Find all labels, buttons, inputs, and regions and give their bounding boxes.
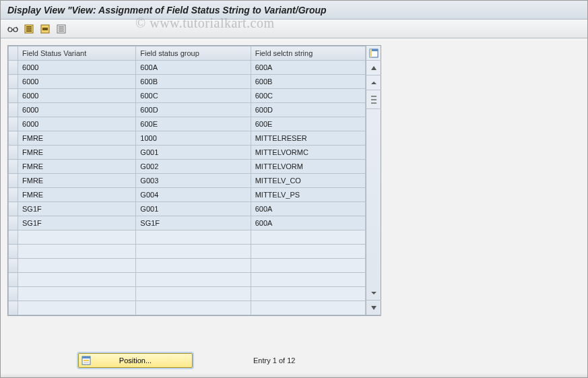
triangle-up-icon xyxy=(370,65,377,71)
row-selector[interactable] xyxy=(9,301,18,315)
scroll-bottom-button[interactable] xyxy=(366,301,381,315)
svg-rect-7 xyxy=(42,28,48,30)
cell[interactable] xyxy=(251,259,365,273)
table-row: 6000600C600C xyxy=(9,89,366,103)
row-selector[interactable] xyxy=(9,131,18,146)
row-selector[interactable] xyxy=(9,216,18,230)
cell[interactable] xyxy=(136,301,251,315)
cell[interactable]: 600E xyxy=(251,117,365,131)
row-selector[interactable] xyxy=(9,273,18,287)
cell[interactable]: SG1F xyxy=(18,202,136,216)
cell[interactable] xyxy=(136,273,251,287)
cell[interactable]: 6000 xyxy=(18,75,136,89)
row-selector[interactable] xyxy=(9,146,18,160)
cell[interactable]: MITTELVORMC xyxy=(251,146,365,160)
cell[interactable]: 600C xyxy=(136,89,251,103)
cell[interactable] xyxy=(18,230,136,245)
cell[interactable]: 600B xyxy=(251,75,365,89)
cell[interactable]: MITTELV_CO xyxy=(251,174,365,188)
cell[interactable]: FMRE xyxy=(18,146,136,160)
cell[interactable]: FMRE xyxy=(18,188,136,202)
cell[interactable] xyxy=(251,245,365,259)
cell[interactable]: 600D xyxy=(251,103,365,117)
table-row xyxy=(9,245,366,259)
cell[interactable]: 600A xyxy=(251,216,365,230)
cell[interactable]: 600A xyxy=(136,61,251,75)
row-selector[interactable] xyxy=(9,287,18,301)
cell[interactable]: 6000 xyxy=(18,61,136,75)
cell[interactable]: 6000 xyxy=(18,103,136,117)
cell[interactable]: 600A xyxy=(251,202,365,216)
cell[interactable] xyxy=(136,245,251,259)
row-selector[interactable] xyxy=(9,174,18,188)
cell[interactable]: G001 xyxy=(136,146,251,160)
row-selector[interactable] xyxy=(9,188,18,202)
row-selector[interactable] xyxy=(9,89,18,103)
cell[interactable]: 6000 xyxy=(18,117,136,131)
col-header-variant[interactable]: Field Status Variant xyxy=(18,46,136,61)
cell[interactable] xyxy=(18,301,136,315)
cell[interactable] xyxy=(18,245,136,259)
cell[interactable] xyxy=(18,287,136,301)
cell[interactable]: 600A xyxy=(251,61,365,75)
col-header-string[interactable]: Field selctn string xyxy=(251,46,365,61)
row-selector[interactable] xyxy=(9,117,18,131)
cell[interactable]: 1000 xyxy=(136,131,251,146)
svg-rect-14 xyxy=(370,49,372,57)
cell[interactable]: 600D xyxy=(136,103,251,117)
cell[interactable] xyxy=(136,259,251,273)
cell[interactable] xyxy=(251,301,365,315)
cell[interactable]: 600C xyxy=(251,89,365,103)
row-selector[interactable] xyxy=(9,75,18,89)
row-selector[interactable] xyxy=(9,245,18,259)
row-selector[interactable] xyxy=(9,160,18,174)
scroll-up-button[interactable] xyxy=(366,75,381,90)
col-header-group[interactable]: Field status group xyxy=(136,46,251,61)
data-grid: Field Status Variant Field status group … xyxy=(7,45,381,316)
cell[interactable]: FMRE xyxy=(18,131,136,146)
row-selector[interactable] xyxy=(9,259,18,273)
row-selector[interactable] xyxy=(9,230,18,245)
select-block-button[interactable] xyxy=(38,22,52,36)
cell[interactable]: G001 xyxy=(136,202,251,216)
cell[interactable] xyxy=(136,287,251,301)
cell[interactable]: FMRE xyxy=(18,160,136,174)
cell[interactable] xyxy=(251,230,365,245)
row-selector[interactable] xyxy=(9,103,18,117)
cell[interactable]: G004 xyxy=(136,188,251,202)
scroll-down-button[interactable] xyxy=(366,286,381,301)
table-row: 6000600D600D xyxy=(9,103,366,117)
cell[interactable] xyxy=(18,273,136,287)
cell[interactable] xyxy=(251,273,365,287)
svg-rect-16 xyxy=(371,99,377,100)
cell[interactable]: FMRE xyxy=(18,174,136,188)
svg-rect-19 xyxy=(82,356,90,358)
cell[interactable]: 600B xyxy=(136,75,251,89)
scroll-handle[interactable] xyxy=(366,90,381,109)
table-row xyxy=(9,301,366,315)
cell[interactable]: MITTELVORM xyxy=(251,160,365,174)
position-button[interactable]: Position... xyxy=(78,353,193,368)
cell[interactable] xyxy=(251,287,365,301)
entry-counter: Entry 1 of 12 xyxy=(253,356,295,365)
cell[interactable]: 600E xyxy=(136,117,251,131)
select-all-button[interactable] xyxy=(22,22,36,36)
row-selector[interactable] xyxy=(9,202,18,216)
scroll-top-button[interactable] xyxy=(366,61,381,75)
cell[interactable]: G003 xyxy=(136,174,251,188)
cell[interactable]: SG1F xyxy=(18,216,136,230)
cell[interactable]: SG1F xyxy=(136,216,251,230)
table-row xyxy=(9,259,366,273)
position-label: Position... xyxy=(119,356,152,365)
cell[interactable]: G002 xyxy=(136,160,251,174)
cell[interactable] xyxy=(18,259,136,273)
deselect-all-button[interactable] xyxy=(55,22,68,36)
cell[interactable]: MITTELRESER xyxy=(251,131,365,146)
cell[interactable]: MITTELV_PS xyxy=(251,188,365,202)
row-selector[interactable] xyxy=(9,61,18,75)
details-button[interactable] xyxy=(6,22,20,36)
configure-columns-button[interactable] xyxy=(366,46,381,61)
cell[interactable]: 6000 xyxy=(18,89,136,103)
cell[interactable] xyxy=(136,230,251,245)
row-selector-header[interactable] xyxy=(9,46,18,61)
